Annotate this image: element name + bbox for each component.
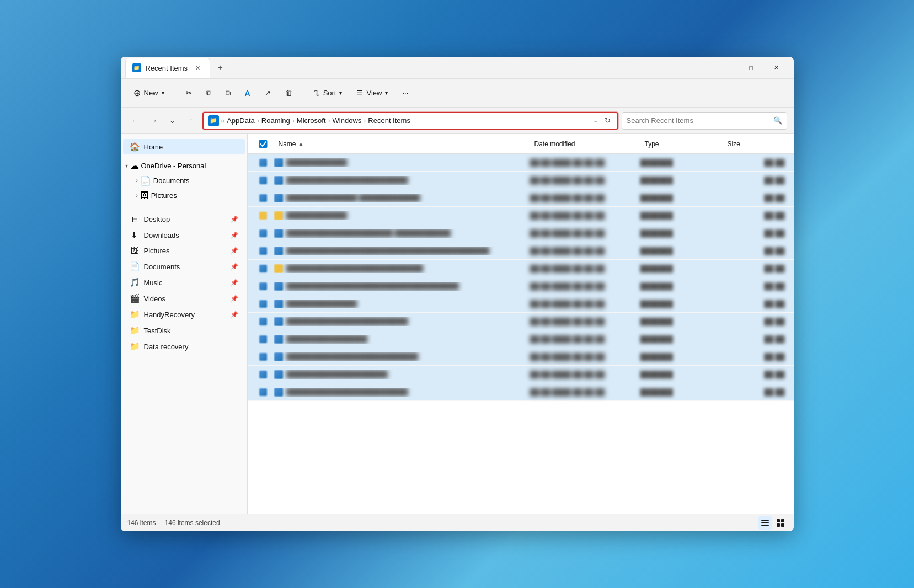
row-checkbox[interactable] [252, 335, 274, 343]
copy-button[interactable]: ⧉ [200, 85, 217, 101]
file-type-icon-8 [274, 282, 283, 291]
file-size-8: ██ ██ [723, 282, 789, 290]
recent-locations-button[interactable]: ⌄ [165, 113, 180, 129]
file-type-2: ███████ [640, 177, 723, 184]
search-input[interactable] [627, 116, 770, 125]
table-row[interactable]: ██████████████████████████ ██/██/████ ██… [248, 348, 794, 366]
row-checkbox[interactable] [252, 353, 274, 361]
table-row[interactable]: ████████████████████████████████████████… [248, 242, 794, 260]
sidebar-item-pictures-cloud[interactable]: › 🖼 Pictures [132, 188, 247, 202]
maximize-button[interactable]: □ [739, 59, 764, 77]
sidebar-item-handyrecovery[interactable]: 📁 HandyRecovery 📌 [123, 307, 245, 322]
sidebar-item-testdisk[interactable]: 📁 TestDisk [123, 323, 245, 338]
row-file-icon-11 [259, 335, 267, 343]
share-button[interactable]: ↗ [259, 85, 277, 101]
paste-button[interactable]: ⧉ [220, 85, 237, 101]
table-row[interactable]: ██████████████ ██/██/████ ██:██ ██ █████… [248, 295, 794, 313]
address-chevron-icon[interactable]: ⌄ [591, 116, 600, 125]
new-button[interactable]: ⊕ New ▾ [127, 84, 170, 102]
file-type-icon-12 [274, 352, 283, 361]
minimize-button[interactable]: ─ [713, 59, 739, 77]
home-icon: 🏠 [130, 142, 140, 152]
table-row[interactable]: ████████████████████████ ██/██/████ ██:█… [248, 383, 794, 401]
file-type-icon-2 [274, 176, 283, 185]
sidebar-item-videos[interactable]: 🎬 Videos 📌 [123, 291, 245, 306]
address-bar[interactable]: 📁 « AppData › Roaming › Microsoft › Wind… [202, 112, 618, 130]
row-checkbox[interactable] [252, 318, 274, 325]
more-icon: ··· [402, 89, 408, 97]
tab-folder-icon: 📁 [132, 63, 141, 72]
row-checkbox[interactable] [252, 300, 274, 308]
sidebar-item-desktop[interactable]: 🖥 Desktop 📌 [123, 212, 245, 227]
back-button[interactable]: ← [127, 113, 143, 129]
file-name-14: ████████████████████████ [286, 388, 408, 396]
sidebar-item-onedrive[interactable]: ▾ ☁ OneDrive - Personal [121, 158, 247, 173]
new-tab-button[interactable]: + [212, 60, 228, 76]
sort-button[interactable]: ⇅ Sort ▾ [308, 85, 349, 101]
sidebar-item-music[interactable]: 🎵 Music 📌 [123, 275, 245, 290]
grid-view-toggle[interactable] [774, 516, 787, 530]
file-size-7: ██ ██ [723, 265, 789, 272]
column-header-size[interactable]: Size [723, 138, 789, 150]
sidebar-item-data-recovery[interactable]: 📁 Data recovery [123, 339, 245, 354]
table-row[interactable]: ████████████████████████ ██/██/████ ██:█… [248, 313, 794, 330]
row-checkbox[interactable] [252, 229, 274, 237]
row-checkbox[interactable] [252, 194, 274, 202]
tab-close-button[interactable]: ✕ [192, 62, 203, 73]
row-checkbox[interactable] [252, 212, 274, 220]
table-row[interactable]: ████████████ ██/██/████ ██:██ ██ ███████… [248, 207, 794, 224]
path-appdata[interactable]: AppData [227, 116, 255, 125]
file-type-icon-9 [274, 300, 283, 308]
select-all-checkbox[interactable] [252, 140, 274, 148]
row-checkbox[interactable] [252, 247, 274, 255]
refresh-button[interactable]: ↻ [602, 115, 613, 126]
row-checkbox[interactable] [252, 371, 274, 378]
sidebar-item-home[interactable]: 🏠 Home [123, 139, 245, 154]
close-button[interactable]: ✕ [764, 59, 789, 77]
sidebar-item-documents[interactable]: › 📄 Documents [132, 173, 247, 188]
table-row[interactable]: ████████████████████ ██/██/████ ██:██ ██… [248, 366, 794, 383]
table-row[interactable]: ████████████████ ██/██/████ ██:██ ██ ███… [248, 330, 794, 348]
row-checkbox[interactable] [252, 388, 274, 396]
path-windows[interactable]: Windows [333, 116, 362, 125]
row-file-icon-12 [259, 353, 267, 361]
sidebar-item-documents-local[interactable]: 📄 Documents 📌 [123, 259, 245, 274]
file-name-2: ████████████████████████ [286, 176, 408, 184]
more-button[interactable]: ··· [396, 85, 414, 101]
file-date-13: ██/██/████ ██:██ ██ [530, 371, 640, 378]
list-view-toggle[interactable] [758, 516, 772, 530]
view-button[interactable]: ☰ View ▾ [350, 85, 394, 101]
file-name-cell-2: ████████████████████████ [274, 176, 530, 185]
cut-button[interactable]: ✂ [180, 85, 198, 101]
row-checkbox[interactable] [252, 265, 274, 272]
table-row[interactable]: ████████████ ██/██/████ ██:██ ██ ███████… [248, 154, 794, 172]
table-row[interactable]: ██████████████████████████████████ ██/██… [248, 277, 794, 295]
file-size: ██ ██ [723, 159, 789, 167]
table-row[interactable]: ████████████████████████ ██/██/████ ██:█… [248, 172, 794, 189]
row-checkbox[interactable] [252, 282, 274, 290]
path-recent-items[interactable]: Recent Items [368, 116, 410, 125]
delete-button[interactable]: 🗑 [279, 85, 298, 101]
sidebar-item-downloads[interactable]: ⬇ Downloads 📌 [123, 227, 245, 243]
search-box[interactable]: 🔍 [622, 112, 787, 130]
copy-icon: ⧉ [206, 89, 211, 98]
row-checkbox[interactable] [252, 177, 274, 184]
row-checkbox[interactable] [252, 159, 274, 167]
path-roaming[interactable]: Roaming [261, 116, 290, 125]
sidebar: 🏠 Home ▾ ☁ OneDrive - Personal › 📄 Docum… [121, 134, 248, 514]
up-button[interactable]: ↑ [184, 113, 199, 129]
sidebar-label-videos: Videos [144, 295, 166, 303]
file-type-icon [274, 158, 283, 167]
table-row[interactable]: ███████████████████████████ ██/██/████ █… [248, 260, 794, 277]
column-header-name[interactable]: Name ▲ [274, 138, 530, 150]
forward-button[interactable]: → [146, 113, 162, 129]
table-row[interactable]: █████████████████████ ███████████ ██/██/… [248, 224, 794, 242]
rename-button[interactable]: A [239, 85, 256, 101]
table-row[interactable]: ██████████████ ████████████ ██/██/████ █… [248, 189, 794, 207]
sidebar-item-pictures[interactable]: 🖼 Pictures 📌 [123, 243, 245, 258]
path-microsoft[interactable]: Microsoft [297, 116, 326, 125]
column-header-date[interactable]: Date modified [530, 138, 640, 150]
file-date-11: ██/██/████ ██:██ ██ [530, 335, 640, 343]
active-tab[interactable]: 📁 Recent Items ✕ [125, 58, 211, 78]
column-header-type[interactable]: Type [640, 138, 723, 150]
